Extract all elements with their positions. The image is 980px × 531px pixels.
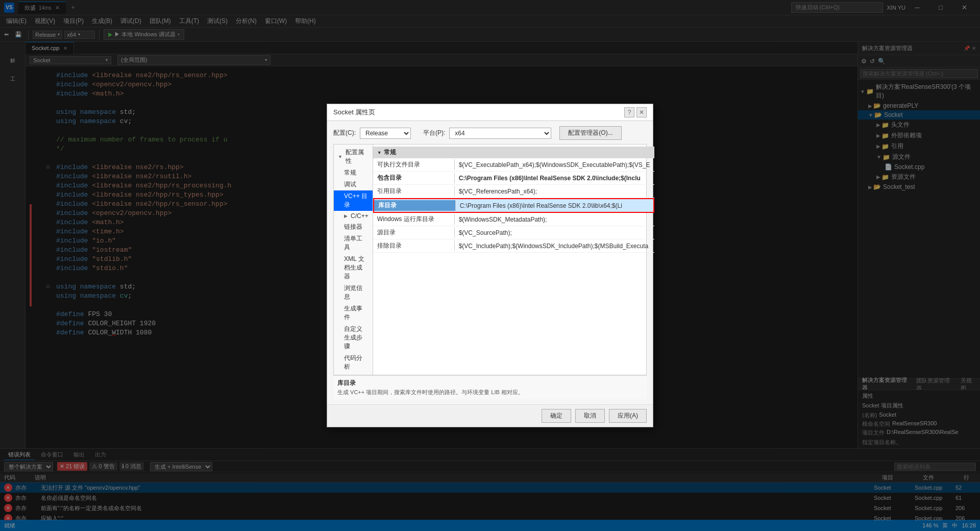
code-analysis-label: 代码分析	[344, 354, 369, 371]
prop-row-winrt[interactable]: Windows 运行库目录 $(WindowsSDK_MetadataPath)…	[373, 213, 654, 226]
config-manager-button[interactable]: 配置管理器(O)...	[559, 126, 621, 140]
prop-exclude-value: $(VC_IncludePath);$(WindowsSDK_IncludePa…	[455, 242, 654, 251]
dialog-buttons: 确定 取消 应用(A)	[327, 404, 653, 427]
linker-label: 链接器	[344, 223, 362, 231]
dialog-right-content: ▼ 常规 可执行文件目录 $(VC_ExecutablePath_x64);$(…	[373, 144, 654, 375]
prop-row-executable[interactable]: 可执行文件目录 $(VC_ExecutablePath_x64);$(Windo…	[373, 158, 654, 172]
properties-dialog: Socket 属性页 ? ✕ 配置(C): Release 平台(P): x64…	[327, 104, 653, 427]
platform-select[interactable]: x64	[449, 128, 551, 139]
cpp-props-label: C/C++	[351, 212, 369, 220]
apply-button[interactable]: 应用(A)	[609, 409, 647, 423]
dialog-title-text: Socket 属性页	[333, 108, 375, 117]
cancel-button[interactable]: 取消	[575, 409, 605, 423]
dialog-config-row: 配置(C): Release 平台(P): x64 配置管理器(O)...	[333, 126, 647, 140]
dialog-title-bar: Socket 属性页 ? ✕	[327, 104, 653, 121]
dialog-tree-general[interactable]: 常规	[334, 167, 373, 179]
footer-desc: 生成 VC++ 项目期间，搜索库文件时使用的路径。与环境变量 LIB 相对应。	[337, 389, 643, 396]
prop-include-name: 包含目录	[373, 173, 455, 183]
manifest-label: 清单工具	[344, 234, 369, 252]
dialog-overlay: Socket 属性页 ? ✕ 配置(C): Release 平台(P): x64…	[0, 0, 980, 531]
prop-source-name: 源目录	[373, 227, 455, 238]
vc-dirs-label: VC++ 目录	[344, 192, 369, 209]
dialog-section-header: ▼ 常规	[373, 147, 654, 158]
config-props-arrow: ▼	[338, 154, 342, 159]
prop-executable-name: 可执行文件目录	[373, 159, 455, 170]
prop-row-ref[interactable]: 引用目录 $(VC_ReferencesPath_x64);	[373, 185, 654, 198]
debug-label: 调试	[344, 180, 356, 189]
config-label: 配置(C):	[333, 129, 356, 137]
prop-row-lib[interactable]: 库目录 C:\Program Files (x86)\Intel RealSen…	[373, 198, 654, 213]
prop-exclude-name: 排除目录	[373, 240, 455, 251]
dialog-help-button[interactable]: ?	[624, 107, 634, 117]
cpp-arrow: ▶	[344, 213, 348, 219]
prop-source-value: $(VC_SourcePath);	[455, 228, 654, 237]
dialog-tree-cpp[interactable]: ▶ C/C++	[334, 211, 373, 221]
dialog-tree-code-analysis[interactable]: 代码分析	[334, 352, 373, 373]
dialog-tree-browse[interactable]: 浏览信息	[334, 282, 373, 303]
prop-lib-name: 库目录	[374, 200, 456, 211]
browse-label: 浏览信息	[344, 284, 369, 301]
prop-executable-value: $(VC_ExecutablePath_x64);$(WindowsSDK_Ex…	[455, 160, 654, 170]
prop-row-include[interactable]: 包含目录 C:\Program Files (x86)\Intel RealSe…	[373, 172, 654, 185]
xml-label: XML 文档生成器	[344, 255, 369, 281]
general-label: 常规	[344, 168, 356, 177]
dialog-tree-xml[interactable]: XML 文档生成器	[334, 253, 373, 282]
prop-winrt-name: Windows 运行库目录	[373, 214, 455, 225]
custom-build-label: 自定义生成步骤	[344, 325, 369, 351]
dialog-close-button[interactable]: ✕	[636, 107, 647, 117]
dialog-tree-custom-build[interactable]: 自定义生成步骤	[334, 323, 373, 352]
dialog-title-buttons: ? ✕	[624, 107, 647, 117]
dialog-footer-desc: 库目录 生成 VC++ 项目期间，搜索库文件时使用的路径。与环境变量 LIB 相…	[333, 375, 647, 399]
dialog-body: 配置(C): Release 平台(P): x64 配置管理器(O)... ▼ …	[327, 121, 653, 404]
build-events-label: 生成事件	[344, 304, 369, 322]
prop-winrt-value: $(WindowsSDK_MetadataPath);	[455, 215, 654, 224]
prop-ref-value: $(VC_ReferencesPath_x64);	[455, 187, 654, 196]
footer-title: 库目录	[337, 379, 643, 388]
dialog-left-tree: ▼ 配置属性 常规 调试 VC++ 目录 ▶ C/C++	[334, 144, 373, 375]
prop-row-exclude[interactable]: 排除目录 $(VC_IncludePath);$(WindowsSDK_Incl…	[373, 239, 654, 253]
platform-label: 平台(P):	[423, 129, 445, 137]
dialog-tree-config-props[interactable]: ▼ 配置属性	[334, 147, 373, 167]
section-arrow: ▼	[377, 150, 382, 155]
dialog-tree-build-events[interactable]: 生成事件	[334, 303, 373, 323]
dialog-tree-manifest[interactable]: 清单工具	[334, 233, 373, 253]
dialog-main-panel: ▼ 配置属性 常规 调试 VC++ 目录 ▶ C/C++	[333, 144, 647, 375]
prop-lib-value: C:\Program Files (x86)\Intel RealSense S…	[456, 201, 653, 210]
prop-row-source[interactable]: 源目录 $(VC_SourcePath);	[373, 226, 654, 239]
dialog-tree-vc-dirs[interactable]: VC++ 目录	[334, 190, 373, 211]
section-title: 常规	[384, 148, 396, 157]
dialog-tree-linker[interactable]: 链接器	[334, 221, 373, 233]
ok-button[interactable]: 确定	[542, 409, 571, 423]
prop-ref-name: 引用目录	[373, 186, 455, 197]
dialog-tree-debug[interactable]: 调试	[334, 179, 373, 190]
config-select[interactable]: Release	[360, 128, 411, 139]
prop-include-value: C:\Program Files (x86)\Intel RealSense S…	[455, 174, 654, 183]
config-props-label: 配置属性	[346, 148, 369, 165]
